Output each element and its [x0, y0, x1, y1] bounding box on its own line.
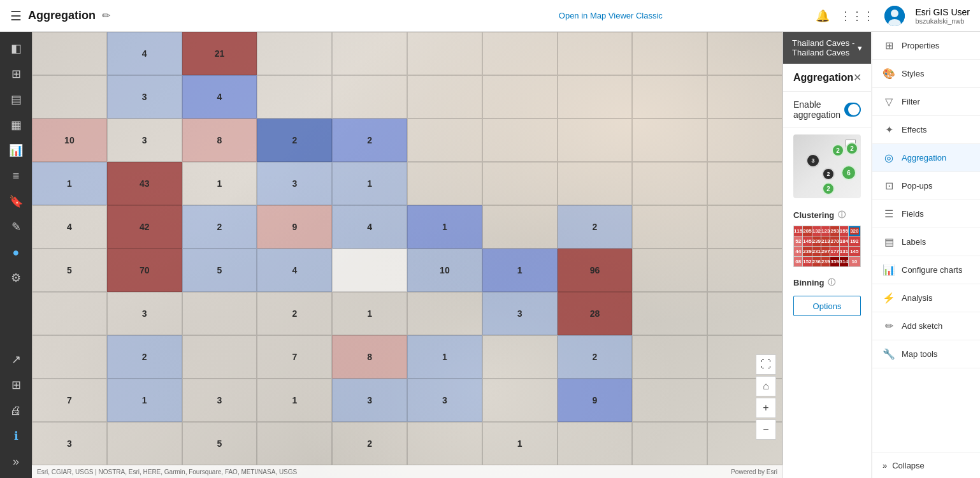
tool-filter[interactable]: ▽ Filter — [872, 88, 980, 116]
main-area: ◧ ⊞ ▤ ▦ 📊 ≡ 🔖 ✎ ● ⚙ ↗ ⊞ 🖨 ℹ » 4213410382… — [0, 32, 980, 478]
tool-effects[interactable]: ✦ Effects — [872, 116, 980, 144]
tool-fields[interactable]: ☰ Fields — [872, 200, 980, 228]
grid-cell: 70 — [107, 249, 182, 292]
preview-map: 3 2 2 6 4 10 16 2 6 6 2 4 5 — [793, 134, 861, 198]
grid-row: 7131339 — [32, 379, 782, 422]
sidebar-item-share[interactable]: ↗ — [4, 348, 27, 371]
tool-map-tools[interactable]: 🔧 Map tools — [872, 340, 980, 368]
layer-header: Thailand Caves - Thailand Caves ▾ — [783, 32, 871, 64]
grid-cell: 3 — [107, 292, 182, 335]
clustering-cell: 239 — [812, 236, 821, 246]
grid-cell: 3 — [407, 379, 482, 422]
grid-row: 321328 — [32, 292, 782, 335]
avatar[interactable] — [884, 6, 905, 26]
sidebar-item-settings[interactable]: ⚙ — [4, 266, 27, 289]
notification-icon[interactable]: 🔔 — [816, 9, 830, 23]
grid-cell: 42 — [107, 205, 182, 249]
grid-cell: 96 — [558, 249, 633, 292]
sidebar-item-table[interactable]: ▤ — [4, 88, 27, 111]
tool-aggregation-label: Aggregation — [902, 153, 946, 163]
grid-cell: 5 — [182, 422, 257, 465]
sidebar-item-basemap[interactable]: ⊞ — [4, 62, 27, 85]
tool-add-sketch[interactable]: ✏ Add sketch — [872, 312, 980, 340]
options-button[interactable]: Options — [793, 296, 861, 316]
clustering-cell: 123 — [821, 226, 830, 236]
fullscreen-button[interactable]: ⛶ — [756, 354, 776, 375]
sidebar-item-info[interactable]: ℹ — [4, 424, 27, 447]
apps-grid-icon[interactable]: ⋮⋮⋮ — [840, 9, 874, 23]
grid-cell: 1 — [32, 162, 107, 205]
layer-chevron-icon[interactable]: ▾ — [858, 43, 862, 53]
filter-icon: ▽ — [883, 96, 895, 108]
sidebar-item-editor[interactable]: ✎ — [4, 215, 27, 238]
sidebar-item-chart2[interactable]: 📊 — [4, 139, 27, 162]
tool-effects-label: Effects — [902, 125, 927, 134]
grid-cell — [707, 162, 782, 205]
map-area[interactable]: 4213410382214313144229412570541019632132… — [32, 32, 782, 478]
clustering-cell: 231 — [812, 247, 821, 256]
sidebar-item-active[interactable]: ● — [4, 241, 27, 264]
enable-aggregation-toggle[interactable] — [844, 103, 861, 117]
collapse-icon: » — [883, 461, 887, 470]
tool-analysis[interactable]: ⚡ Analysis — [872, 284, 980, 312]
zoom-in-button[interactable]: + — [756, 398, 776, 418]
collapse-button[interactable]: » Collapse — [872, 453, 980, 478]
map-attribution: Esri, CGIAR, USGS | NOSTRA, Esri, HERE, … — [32, 465, 782, 478]
svg-point-1 — [891, 10, 898, 17]
sidebar-item-print[interactable]: 🖨 — [4, 399, 27, 422]
grid-cell — [707, 249, 782, 292]
tool-popups[interactable]: ⊡ Pop-ups — [872, 172, 980, 200]
tool-properties[interactable]: ⊞ Properties — [872, 32, 980, 60]
grid-row: 3521 — [32, 422, 782, 465]
edit-title-icon[interactable]: ✏ — [102, 10, 110, 22]
zoom-out-button[interactable]: − — [756, 419, 776, 440]
grid-cell: 9 — [257, 205, 332, 249]
grid-cell: 8 — [182, 119, 257, 162]
clustering-cell: 10 — [849, 257, 860, 266]
grid-cell — [407, 32, 482, 75]
grid-cell — [632, 32, 707, 75]
tool-aggregation[interactable]: ◎ Aggregation — [872, 144, 980, 172]
tool-configure-charts[interactable]: 📊 Configure charts — [872, 256, 980, 284]
sidebar-item-list[interactable]: ≡ — [4, 164, 27, 187]
clustering-info-icon[interactable]: ⓘ — [838, 210, 846, 221]
grid-cell: 2 — [107, 335, 182, 379]
enable-aggregation-row: Enable aggregation — [783, 92, 871, 128]
tool-styles[interactable]: 🎨 Styles — [872, 60, 980, 88]
clustering-cell: 44 — [794, 247, 802, 256]
clustering-cell: 155 — [840, 226, 848, 236]
topbar-center: Open in Map Viewer Classic — [413, 11, 808, 20]
add-sketch-icon: ✏ — [883, 320, 895, 332]
app-title: Aggregation — [28, 9, 96, 22]
right-panel: Thailand Caves - Thailand Caves ▾ Aggreg… — [782, 32, 980, 478]
cluster-bubble-2b: 2 — [846, 142, 858, 155]
tool-analysis-label: Analysis — [902, 293, 932, 303]
grid-cell: 21 — [182, 32, 257, 75]
sidebar-collapse-icon[interactable]: » — [4, 450, 27, 473]
sidebar-item-bookmark[interactable]: 🔖 — [4, 190, 27, 213]
grid-cell: 7 — [257, 335, 332, 379]
tool-properties-label: Properties — [902, 41, 939, 50]
grid-cell — [558, 422, 633, 465]
tool-labels[interactable]: ▤ Labels — [872, 228, 980, 256]
grid-cell — [332, 32, 407, 75]
topbar: ☰ Aggregation ✏ Open in Map Viewer Class… — [0, 0, 980, 32]
clustering-cell: 132 — [812, 226, 821, 236]
clustering-cell: 285 — [803, 226, 811, 236]
tool-filter-label: Filter — [902, 97, 920, 106]
grid-cell: 4 — [257, 249, 332, 292]
clustering-cell: 320 — [849, 226, 860, 236]
viewer-classic-link[interactable]: Open in Map Viewer Classic — [559, 11, 663, 20]
aggregation-close-button[interactable]: ✕ — [853, 71, 861, 83]
sidebar-item-grid[interactable]: ⊞ — [4, 373, 27, 396]
home-button[interactable]: ⌂ — [756, 376, 776, 396]
sidebar-item-charts[interactable]: ▦ — [4, 113, 27, 136]
hamburger-icon[interactable]: ☰ — [10, 8, 22, 24]
grid-cell: 2 — [558, 205, 633, 249]
grid-cell: 1 — [107, 379, 182, 422]
binning-info-icon[interactable]: ⓘ — [828, 277, 835, 288]
grid-cell: 3 — [482, 292, 558, 335]
clustering-cell: 145 — [849, 247, 860, 256]
grid-cell — [482, 379, 558, 422]
sidebar-item-layers[interactable]: ◧ — [4, 37, 27, 60]
